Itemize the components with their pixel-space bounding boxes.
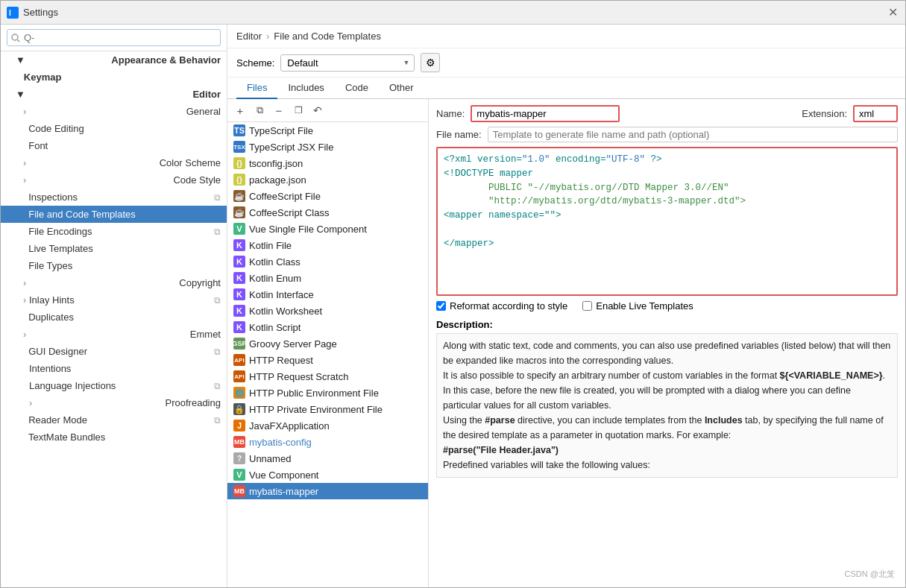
sidebar-item-general[interactable]: › General <box>1 103 227 120</box>
file-item-coffeescript-file[interactable]: ☕ CoffeeScript File <box>227 188 428 204</box>
file-icon-mybatis1: MB <box>233 436 245 448</box>
extension-label: Extension: <box>802 108 847 119</box>
tab-includes[interactable]: Includes <box>277 78 334 99</box>
file-item-groovy-server[interactable]: GSP Groovy Server Page <box>227 335 428 352</box>
file-item-typescript-file[interactable]: TS TypeScript File <box>227 122 428 139</box>
close-button[interactable]: ✕ <box>886 6 899 19</box>
expand-arrow: ▼ <box>16 89 25 100</box>
reformat-label: Reformat according to style <box>450 300 567 312</box>
file-item-kotlin-interface[interactable]: K Kotlin Interface <box>227 286 428 303</box>
code-line: <?xml version="1.0" encoding="UTF-8" ?> <box>444 153 890 167</box>
file-item-tsconfig[interactable]: {} tsconfig.json <box>227 155 428 171</box>
code-editor[interactable]: <?xml version="1.0" encoding="UTF-8" ?> … <box>436 147 898 296</box>
sidebar-item-editor[interactable]: ▼ Editor <box>1 86 227 103</box>
file-item-vue-component[interactable]: V Vue Component <box>227 467 428 483</box>
search-input[interactable] <box>7 29 221 46</box>
tab-files[interactable]: Files <box>236 78 277 99</box>
live-templates-checkbox[interactable] <box>582 301 592 311</box>
sidebar-item-keymap[interactable]: Keymap <box>1 69 227 86</box>
sidebar-item-label: File and Code Templates <box>23 209 136 220</box>
file-icon-coffee2: ☕ <box>233 206 245 218</box>
sidebar-item-copyright[interactable]: › Copyright <box>1 274 227 291</box>
file-item-javafx[interactable]: J JavaFXApplication <box>227 417 428 434</box>
file-item-label: TypeScript JSX File <box>249 142 333 153</box>
sidebar-item-label: Code Editing <box>23 123 84 134</box>
file-item-label: TypeScript File <box>249 125 313 136</box>
copy-icon: ⧉ <box>214 227 221 237</box>
sidebar-item-proofreading[interactable]: › Proofreading <box>1 394 227 411</box>
code-line <box>444 223 890 237</box>
tab-code[interactable]: Code <box>335 78 379 99</box>
sidebar-item-duplicates[interactable]: Duplicates <box>1 309 227 326</box>
file-item-http-request[interactable]: API HTTP Request <box>227 352 428 368</box>
file-icon-vue2: V <box>233 469 245 481</box>
reformat-checkbox[interactable] <box>436 301 446 311</box>
reset-template-button[interactable]: ↶ <box>309 102 326 118</box>
remove-template-button[interactable]: − <box>271 102 287 118</box>
sidebar-item-file-types[interactable]: File Types <box>1 257 227 274</box>
sidebar-item-appearance[interactable]: ▼ Appearance & Behavior <box>1 51 227 69</box>
sidebar-item-inlay-hints[interactable]: › Inlay Hints ⧉ <box>1 291 227 309</box>
tab-other[interactable]: Other <box>379 78 424 99</box>
sidebar-item-emmet[interactable]: › Emmet <box>1 326 227 343</box>
expand-arrow: › <box>23 277 26 288</box>
file-item-http-private-env[interactable]: 🔒 HTTP Private Environment File <box>227 401 428 417</box>
sidebar-item-textmate-bundles[interactable]: TextMate Bundles <box>1 429 227 446</box>
file-item-typescript-jsx[interactable]: TSX TypeScript JSX File <box>227 139 428 155</box>
title-bar: I Settings ✕ <box>1 1 905 25</box>
sidebar-item-file-code-templates[interactable]: File and Code Templates <box>1 206 227 223</box>
name-input[interactable] <box>471 105 620 122</box>
scheme-gear-button[interactable]: ⚙ <box>421 53 440 72</box>
sidebar-item-intentions[interactable]: Intentions <box>1 360 227 377</box>
file-item-label: Kotlin Script <box>249 322 301 333</box>
file-item-kotlin-enum[interactable]: K Kotlin Enum <box>227 270 428 286</box>
file-icon-vue: V <box>233 223 245 235</box>
file-icon-ts: TS <box>233 124 245 136</box>
file-item-kotlin-class[interactable]: K Kotlin Class <box>227 253 428 270</box>
file-item-http-request-scratch[interactable]: API HTTP Request Scratch <box>227 368 428 385</box>
file-icon-groovy: GSP <box>233 338 245 350</box>
code-line: <mapper namespace=""> <box>444 209 890 223</box>
name-row: Name: Extension: <box>436 105 898 122</box>
file-item-unnamed[interactable]: ? Unnamed <box>227 450 428 467</box>
sidebar-item-code-editing[interactable]: Code Editing <box>1 120 227 137</box>
sidebar-item-inspections[interactable]: Inspections ⧉ <box>1 189 227 206</box>
sidebar-item-live-templates[interactable]: Live Templates <box>1 240 227 257</box>
file-item-http-public-env[interactable]: 🌐 HTTP Public Environment File <box>227 385 428 401</box>
add-template-button[interactable]: + <box>232 102 248 118</box>
file-item-kotlin-worksheet[interactable]: K Kotlin Worksheet <box>227 303 428 319</box>
file-item-label: Vue Single File Component <box>249 224 367 235</box>
sidebar-item-file-encodings[interactable]: File Encodings ⧉ <box>1 223 227 240</box>
file-item-package-json[interactable]: {} package.json <box>227 171 428 188</box>
scheme-selector[interactable]: Default Project <box>280 54 415 72</box>
sidebar-item-code-style[interactable]: › Code Style <box>1 171 227 189</box>
sidebar-item-reader-mode[interactable]: Reader Mode ⧉ <box>1 411 227 429</box>
sidebar-item-color-scheme[interactable]: › Color Scheme <box>1 154 227 171</box>
file-item-vue-single[interactable]: V Vue Single File Component <box>227 221 428 237</box>
scheme-row: Scheme: Default Project ⚙ <box>227 48 905 78</box>
expand-arrow: › <box>23 174 26 186</box>
file-item-label: Kotlin File <box>249 240 292 251</box>
file-item-kotlin-script[interactable]: K Kotlin Script <box>227 319 428 335</box>
sidebar-item-font[interactable]: Font <box>1 137 227 154</box>
file-item-mybatis-mapper[interactable]: MB mybatis-mapper <box>227 483 428 499</box>
scheme-select[interactable]: Default Project <box>280 54 415 72</box>
sidebar-item-language-injections[interactable]: Language Injections ⧉ <box>1 377 227 394</box>
duplicate-template-button[interactable]: ❒ <box>290 102 306 118</box>
sidebar-item-gui-designer[interactable]: GUI Designer ⧉ <box>1 343 227 360</box>
expand-arrow: › <box>29 397 32 408</box>
filename-input[interactable] <box>488 127 898 142</box>
filename-label: File name: <box>436 129 482 140</box>
file-item-label: HTTP Request <box>249 355 313 366</box>
file-item-label: CoffeeScript File <box>249 191 321 202</box>
file-icon-kt5: K <box>233 305 245 317</box>
reformat-checkbox-label[interactable]: Reformat according to style <box>436 300 567 312</box>
copy-template-button[interactable]: ⧉ <box>251 102 268 118</box>
file-item-coffeescript-class[interactable]: ☕ CoffeeScript Class <box>227 204 428 221</box>
live-templates-checkbox-label[interactable]: Enable Live Templates <box>582 300 693 312</box>
watermark: CSDN @北笼 <box>436 567 898 581</box>
main-content: ▼ Appearance & Behavior Keymap ▼ Editor … <box>1 25 905 587</box>
file-item-mybatis-config[interactable]: MB mybatis-config <box>227 434 428 450</box>
extension-input[interactable] <box>853 105 898 122</box>
file-item-kotlin-file[interactable]: K Kotlin File <box>227 237 428 253</box>
